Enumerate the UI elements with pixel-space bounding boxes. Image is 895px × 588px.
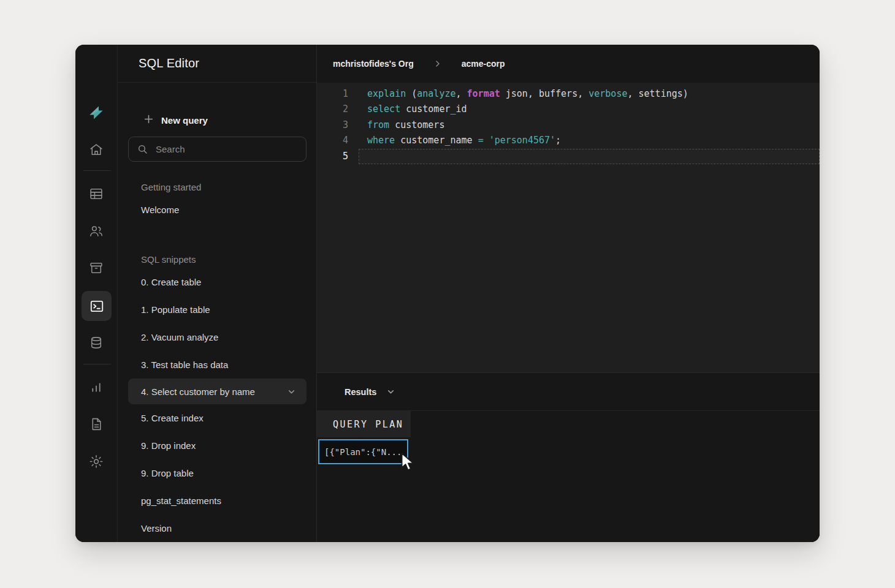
sidebar-item[interactable]: 1. Populate table: [118, 296, 316, 323]
code-text: explain (analyze, format json, buffers, …: [359, 86, 820, 102]
sidebar-item-label: 9. Drop table: [141, 468, 194, 478]
code-line[interactable]: 4where customer_name = 'person4567';: [317, 133, 820, 148]
sidebar-item[interactable]: 9. Drop index: [118, 432, 316, 459]
code-text: where customer_name = 'person4567';: [359, 133, 820, 148]
sidebar-item[interactable]: 3. Test table has data: [118, 351, 316, 379]
home-icon[interactable]: [89, 142, 104, 157]
sidebar-item[interactable]: Version: [118, 514, 316, 542]
sidebar-item[interactable]: 9. Drop table: [118, 459, 316, 487]
sidebar-item-label: 0. Create table: [141, 277, 201, 287]
line-number: 3: [317, 118, 359, 133]
query-plan-cell[interactable]: [{"Plan":{"N...: [318, 439, 408, 464]
line-number: 1: [317, 86, 359, 102]
breadcrumb-project[interactable]: acme-corp: [462, 59, 505, 69]
sidebar-item-label: Version: [141, 523, 172, 533]
main-area: mchristofides's Org acme-corp 1explain (…: [317, 45, 820, 542]
sidebar-item-label: 9. Drop index: [141, 440, 196, 451]
sidebar-item[interactable]: Welcome: [118, 196, 316, 224]
new-query-label: New query: [161, 115, 208, 126]
sidebar-item[interactable]: 5. Create index: [118, 404, 316, 432]
sql-code-editor[interactable]: 1explain (analyze, format json, buffers,…: [317, 83, 820, 372]
sidebar-item-label: 2. Vacuum analyze: [141, 332, 218, 342]
storage-box-icon[interactable]: [89, 260, 104, 276]
sidebar-item-label: 1. Populate table: [141, 304, 210, 315]
tables-icon[interactable]: [89, 186, 104, 202]
plus-icon: [143, 114, 154, 126]
breadcrumb: mchristofides's Org acme-corp: [317, 45, 820, 83]
app-window: SQL Editor New query Getting startedWelc…: [75, 45, 820, 542]
sql-terminal-icon[interactable]: [82, 291, 112, 321]
code-line[interactable]: 1explain (analyze, format json, buffers,…: [317, 86, 820, 102]
line-number: 5: [317, 149, 359, 164]
code-text: [359, 149, 820, 164]
new-query-button[interactable]: New query: [143, 112, 316, 128]
icon-rail: [75, 45, 118, 542]
breadcrumb-org[interactable]: mchristofides's Org: [333, 59, 414, 69]
sidebar-item[interactable]: pg_stat_statements: [118, 487, 316, 514]
rail-divider: [83, 364, 111, 364]
search-icon: [137, 144, 148, 154]
chevron-down-icon[interactable]: [387, 388, 395, 396]
results-table: QUERY PLAN [{"Plan":{"N...: [317, 410, 820, 542]
sidebar-item-label: 5. Create index: [141, 413, 204, 423]
search-input[interactable]: [156, 144, 297, 154]
sidebar-nav: Getting startedWelcomeSQL snippets0. Cre…: [118, 162, 316, 542]
logo-lightning-icon[interactable]: [86, 102, 107, 123]
sidebar-item-label: pg_stat_statements: [141, 496, 221, 506]
document-icon[interactable]: [89, 417, 104, 432]
code-lines: 1explain (analyze, format json, buffers,…: [317, 86, 820, 164]
monitoring-chart-icon[interactable]: [89, 379, 104, 394]
results-bar: Results: [317, 372, 820, 410]
results-label: Results: [345, 387, 376, 397]
settings-gear-icon[interactable]: [89, 454, 104, 469]
sidebar: SQL Editor New query Getting startedWelc…: [118, 45, 317, 542]
code-line[interactable]: 2select customer_id: [317, 102, 820, 117]
sidebar-item-label: Welcome: [141, 205, 179, 215]
column-header-query-plan[interactable]: QUERY PLAN: [317, 411, 411, 437]
sidebar-item[interactable]: 4. Select customer by name: [128, 379, 307, 404]
database-icon[interactable]: [89, 335, 104, 350]
code-text: select customer_id: [359, 102, 820, 117]
chevron-right-icon: [434, 60, 441, 67]
code-line[interactable]: 3from customers: [317, 118, 820, 133]
page-title: SQL Editor: [118, 45, 316, 83]
code-line[interactable]: 5: [317, 149, 820, 164]
section-header: SQL snippets: [118, 250, 316, 268]
people-icon[interactable]: [89, 224, 104, 239]
line-number: 2: [317, 102, 359, 117]
code-text: from customers: [359, 118, 820, 133]
sidebar-item[interactable]: 2. Vacuum analyze: [118, 323, 316, 351]
section-header: Getting started: [118, 178, 316, 196]
line-number: 4: [317, 133, 359, 148]
search-box[interactable]: [128, 137, 307, 162]
sidebar-item-label: 3. Test table has data: [141, 360, 228, 370]
rail-divider: [83, 170, 111, 171]
sidebar-item[interactable]: 0. Create table: [118, 268, 316, 296]
sidebar-item-label: 4. Select customer by name: [141, 386, 255, 397]
chevron-down-icon: [288, 388, 295, 396]
